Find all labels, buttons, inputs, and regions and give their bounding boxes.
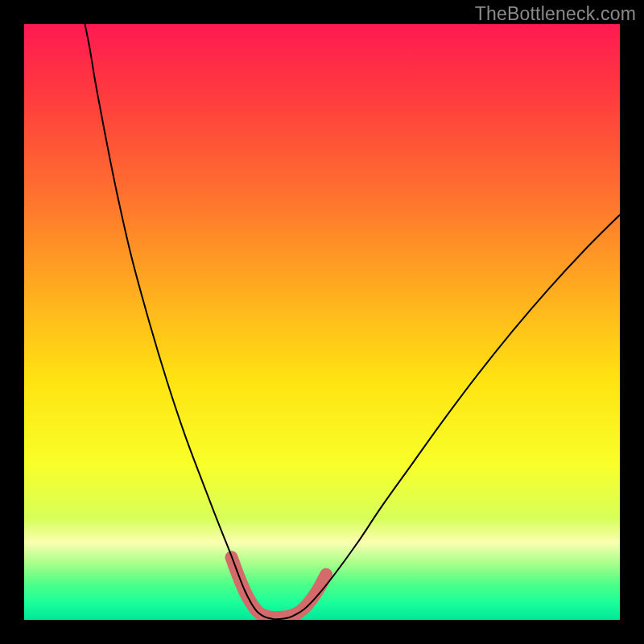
gradient-background [24,24,620,620]
watermark-text: TheBottleneck.com [475,3,636,25]
bottleneck-chart: TheBottleneck.com [0,0,644,644]
chart-svg [0,0,644,644]
